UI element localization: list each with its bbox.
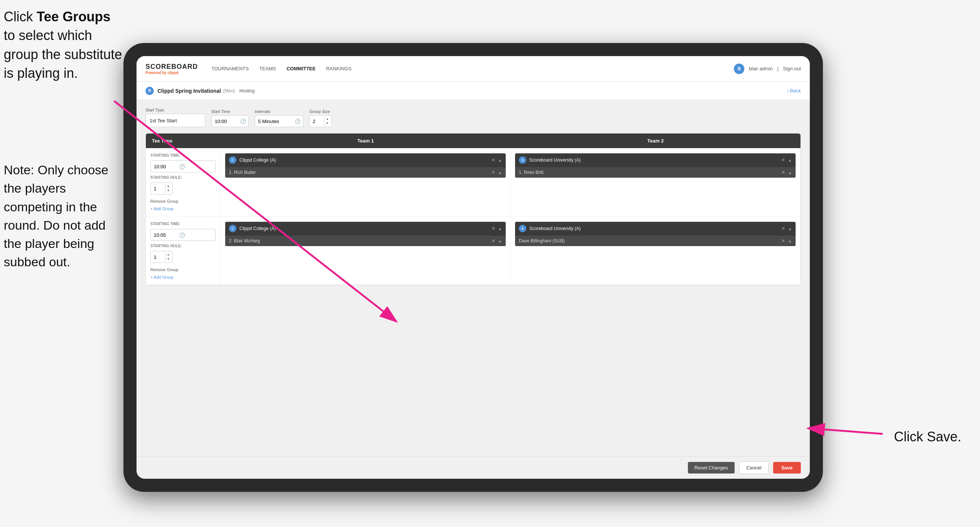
group1-team2-cell: S Scoreboard University (A) ✕ ▲ 1. Rees … xyxy=(511,148,800,216)
add-group-2-button[interactable]: + Add Group xyxy=(150,275,216,279)
group1-team2-header: S Scoreboard University (A) ✕ ▲ xyxy=(515,153,795,167)
hole2-up[interactable]: ▲ xyxy=(165,253,171,257)
save-annotation: Click Save. xyxy=(894,429,961,445)
user-avatar: B xyxy=(734,64,745,74)
reset-changes-button[interactable]: Reset Changes xyxy=(688,462,735,473)
group1-hole-input[interactable] xyxy=(151,186,165,191)
group1-team1-remove[interactable]: ✕ xyxy=(492,158,495,163)
group1-team2-player-1: 1. Rees Britt ✕ ▲ xyxy=(515,167,795,178)
player1-remove[interactable]: ✕ xyxy=(492,170,495,175)
tee-table-header: Tee Time Team 1 Team 2 xyxy=(146,134,800,148)
bold-tee-groups: Tee Groups xyxy=(37,9,110,24)
navbar: SCOREBOARD Powered by clippd TOURNAMENTS… xyxy=(137,56,810,81)
group2-team1-player-1: 2. Blair McHarg ✕ ▲ xyxy=(225,236,506,246)
dave-expand[interactable]: ▲ xyxy=(788,239,792,243)
hole1-down[interactable]: ▼ xyxy=(165,188,171,193)
remove-group-2-button[interactable]: Remove Group xyxy=(150,267,216,272)
group2-team2-remove[interactable]: ✕ xyxy=(781,226,785,231)
intervals-wrap: 🕐 xyxy=(255,115,303,127)
blair-expand[interactable]: ▲ xyxy=(498,239,502,243)
group1-clock-icon: 🕐 xyxy=(177,164,188,169)
logo-title: SCOREBOARD xyxy=(145,63,198,71)
nav-tournaments[interactable]: TOURNAMENTS xyxy=(212,64,249,73)
group-row-1: STARTING TIME: 🕐 STARTING HOLE: ▲ ▼ xyxy=(146,148,800,217)
start-type-group: Start Type 1st Tee Start xyxy=(145,108,205,127)
tee-time-header: Tee Time xyxy=(146,134,221,148)
group1-team2-remove[interactable]: ✕ xyxy=(781,158,785,163)
player-name-1: 1. Rich Butler xyxy=(229,170,488,175)
group1-team2-expand[interactable]: ▲ xyxy=(788,158,792,162)
group1-time-input[interactable] xyxy=(151,164,177,169)
save-button[interactable]: Save xyxy=(773,462,801,473)
group1-team2-controls: ✕ ▲ xyxy=(781,158,792,163)
player1-expand[interactable]: ▲ xyxy=(498,170,502,175)
blair-remove[interactable]: ✕ xyxy=(492,238,495,244)
stepper-up[interactable]: ▲ xyxy=(324,117,330,121)
group1-team1-expand[interactable]: ▲ xyxy=(498,158,502,162)
stepper-down[interactable]: ▼ xyxy=(324,121,330,126)
nav-committee[interactable]: COMMITTEE xyxy=(286,64,316,73)
group2-team2-cell: S Scoreboard University (A) ✕ ▲ Dave Bil… xyxy=(511,217,800,285)
tablet-device: SCOREBOARD Powered by clippd TOURNAMENTS… xyxy=(123,43,823,492)
intervals-input[interactable] xyxy=(255,119,293,124)
clock-icon2: 🕐 xyxy=(293,119,303,124)
footer-bar: Reset Changes Cancel Save xyxy=(137,456,810,479)
dave-remove[interactable]: ✕ xyxy=(781,238,785,244)
group1-team1-cell: C Clippd College (A) ✕ ▲ 1. Rich Butler … xyxy=(221,148,511,216)
group2-hole-input[interactable] xyxy=(151,254,165,260)
group2-hole-wrap: ▲ ▼ xyxy=(150,251,173,263)
event-type: (Men) xyxy=(223,88,235,94)
player-dave: Dave Billingham (SUB) xyxy=(519,238,778,244)
group1-hole-wrap: ▲ ▼ xyxy=(150,183,173,194)
starting-hole-label-2: STARTING HOLE: xyxy=(150,244,216,248)
group2-team1-name: Clippd College (A) xyxy=(239,226,488,231)
note-content: Only choose the players competing in the… xyxy=(4,163,108,269)
group2-team1-remove[interactable]: ✕ xyxy=(492,226,495,231)
team2-header: Team 2 xyxy=(511,134,800,148)
group1-left: STARTING TIME: 🕐 STARTING HOLE: ▲ ▼ xyxy=(146,148,221,216)
group2-team2-player-1: Dave Billingham (SUB) ✕ ▲ xyxy=(515,236,795,246)
logo: SCOREBOARD Powered by clippd xyxy=(145,63,198,75)
sign-out-link[interactable]: Sign out xyxy=(783,66,801,72)
back-button[interactable]: ‹ Back xyxy=(787,88,801,94)
intervals-group: Intervals 🕐 xyxy=(255,109,303,127)
group2-team1-controls: ✕ ▲ xyxy=(492,226,502,231)
tablet-screen: SCOREBOARD Powered by clippd TOURNAMENTS… xyxy=(137,56,810,479)
start-type-select[interactable]: 1st Tee Start xyxy=(145,114,205,127)
cancel-button[interactable]: Cancel xyxy=(739,462,768,474)
rees-remove[interactable]: ✕ xyxy=(781,170,785,175)
hosting-badge: Hosting xyxy=(239,88,255,94)
nav-rankings[interactable]: RANKINGS xyxy=(326,64,352,73)
sub-header: B Clippd Spring Invitational (Men) Hosti… xyxy=(137,81,810,100)
group2-team2-expand[interactable]: ▲ xyxy=(788,227,792,231)
user-label: blair admin xyxy=(749,66,773,72)
add-group-1-button[interactable]: + Add Group xyxy=(150,207,216,211)
group2-team1-expand[interactable]: ▲ xyxy=(498,227,502,231)
group2-team1-cell: C Clippd College (A) ✕ ▲ 2. Blair McHarg… xyxy=(221,217,511,285)
remove-group-1-button[interactable]: Remove Group xyxy=(150,199,216,204)
group2-team1-avatar: C xyxy=(229,225,236,232)
group1-team1-item: C Clippd College (A) ✕ ▲ 1. Rich Butler … xyxy=(225,153,506,178)
nav-teams[interactable]: TEAMS xyxy=(259,64,276,73)
rees-expand[interactable]: ▲ xyxy=(788,170,792,175)
group-size-label: Group Size xyxy=(309,109,332,114)
start-time-input[interactable] xyxy=(212,119,238,124)
group1-team1-avatar: C xyxy=(229,156,236,164)
group1-team1-player-1: 1. Rich Butler ✕ ▲ xyxy=(225,167,506,178)
note-label: Note: xyxy=(4,163,38,177)
hole2-down[interactable]: ▼ xyxy=(165,257,171,261)
save-bold: Save. xyxy=(927,429,961,444)
group-size-stepper: ▲ ▼ xyxy=(324,117,330,126)
player-blair: 2. Blair McHarg xyxy=(229,238,488,244)
hole1-up[interactable]: ▲ xyxy=(165,184,171,188)
group1-team1-name: Clippd College (A) xyxy=(239,158,488,163)
event-name: Clippd Spring Invitational xyxy=(158,88,221,94)
group-size-input[interactable] xyxy=(310,119,324,124)
team1-header: Team 1 xyxy=(221,134,511,148)
start-time-wrap: 🕐 xyxy=(212,115,249,127)
intro-text2: to select which group the substitute is … xyxy=(4,28,122,81)
group1-team2-avatar: S xyxy=(519,156,526,164)
group2-time-input[interactable] xyxy=(151,232,177,238)
group2-team2-controls: ✕ ▲ xyxy=(781,226,792,231)
group2-team1-item: C Clippd College (A) ✕ ▲ 2. Blair McHarg… xyxy=(225,222,506,246)
